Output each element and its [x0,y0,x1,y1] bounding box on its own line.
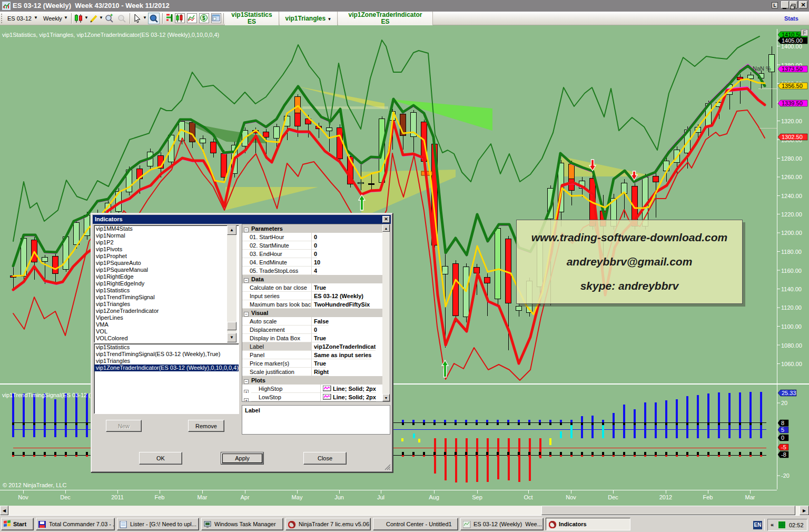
svg-text:1280.00: 1280.00 [781,155,802,162]
svg-text:1405.00: 1405.00 [782,37,803,44]
svg-text:Mar: Mar [198,494,208,500]
svg-text:8: 8 [781,420,784,426]
svg-text:1240.00: 1240.00 [781,193,802,199]
svg-text:Feb: Feb [155,494,165,500]
svg-text:Aug: Aug [429,494,439,500]
svg-text:1200.00: 1200.00 [781,230,802,236]
svg-text:1302.50: 1302.50 [782,134,803,140]
svg-text:1220.00: 1220.00 [781,211,802,218]
svg-text:1160.00: 1160.00 [781,268,802,274]
svg-text:Sep: Sep [472,494,482,500]
svg-text:20: 20 [781,400,787,406]
svg-text:Nov: Nov [566,494,576,500]
svg-text:25.33: 25.33 [782,390,796,396]
svg-text:May: May [292,494,303,500]
svg-text:-20: -20 [781,472,790,479]
svg-text:Apr: Apr [240,494,249,500]
svg-text:1180.00: 1180.00 [781,249,802,255]
svg-text:1100.00: 1100.00 [781,323,802,330]
svg-text:1320.00: 1320.00 [781,118,802,124]
svg-text:-8: -8 [781,451,786,458]
svg-text:Mar: Mar [745,494,755,500]
svg-text:0: 0 [781,435,784,441]
svg-text:Jul: Jul [377,494,384,500]
svg-text:NaN %: NaN % [753,65,771,72]
svg-text:Dec: Dec [60,494,71,500]
svg-text:1400.00: 1400.00 [781,43,802,50]
svg-text:+: + [110,13,113,18]
svg-text:Jun: Jun [334,494,344,500]
svg-text:1060.00: 1060.00 [781,361,802,367]
svg-text:1120.00: 1120.00 [781,304,802,311]
svg-text:Nov: Nov [18,494,28,500]
svg-text:1339.50: 1339.50 [782,100,803,106]
svg-text:-5: -5 [781,444,786,450]
svg-text:1080.00: 1080.00 [781,342,802,349]
svg-text:Dec: Dec [608,494,618,500]
svg-text:$: $ [202,15,205,21]
svg-text:F: F [803,30,806,36]
svg-text:1140.00: 1140.00 [781,286,802,292]
svg-text:2012: 2012 [659,494,672,500]
svg-text:2011: 2011 [111,494,124,500]
svg-text:5: 5 [781,427,784,433]
svg-text:Feb: Feb [703,494,713,500]
svg-text:1260.00: 1260.00 [781,174,802,180]
svg-text:1356.50: 1356.50 [782,83,803,89]
svg-text:Oct: Oct [524,494,532,500]
svg-text:1373.50: 1373.50 [782,66,803,72]
